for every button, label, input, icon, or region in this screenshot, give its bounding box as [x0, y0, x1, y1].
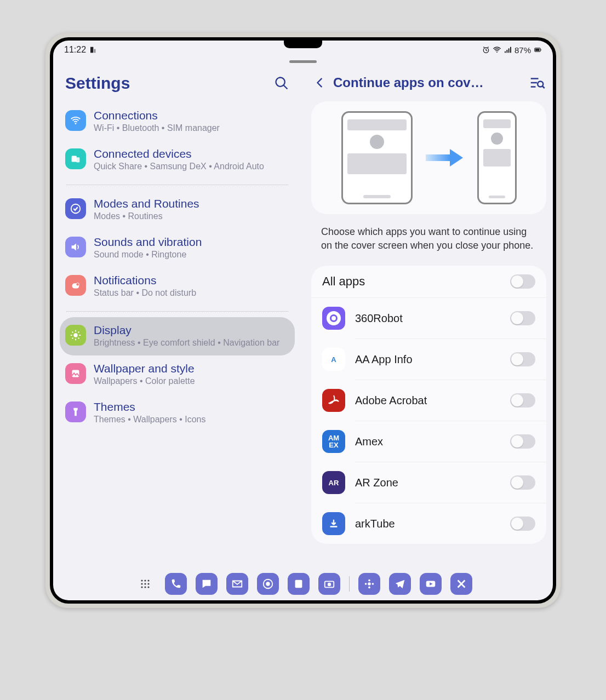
detail-body[interactable]: Choose which apps you want to continue u…: [307, 101, 553, 569]
status-right: 87%: [482, 45, 542, 55]
app-row[interactable]: ARAR Zone: [311, 462, 546, 503]
svg-point-50: [368, 579, 370, 582]
settings-item-sounds-and-vibration[interactable]: Sounds and vibrationSound mode • Rington…: [60, 229, 295, 267]
back-button[interactable]: [311, 74, 329, 91]
svg-point-51: [368, 587, 370, 589]
all-apps-label: All apps: [322, 274, 500, 289]
settings-item-text: Connected devicesQuick Share • Samsung D…: [94, 147, 289, 171]
app-toggle[interactable]: [510, 352, 535, 366]
devices-icon: [65, 148, 86, 169]
app-toggle[interactable]: [510, 311, 535, 325]
app-icon: [322, 307, 345, 330]
all-apps-row[interactable]: All apps: [311, 266, 546, 298]
sim-icon: [88, 45, 97, 54]
settings-item-text: Sounds and vibrationSound mode • Rington…: [94, 236, 289, 260]
svg-line-33: [542, 86, 545, 88]
app-label: 360Robot: [355, 312, 500, 325]
notif-icon: [65, 275, 86, 296]
svg-point-40: [147, 583, 149, 584]
arrow-icon: [426, 147, 464, 169]
phone-main-illust: [341, 111, 413, 204]
settings-item-connected-devices[interactable]: Connected devicesQuick Share • Samsung D…: [60, 141, 295, 179]
app-drawer-icon[interactable]: [134, 573, 156, 595]
svg-rect-14: [72, 156, 77, 162]
gallery-app-icon[interactable]: [358, 573, 380, 595]
illustration-card: [311, 101, 546, 214]
svg-line-12: [284, 85, 288, 89]
app-toggle[interactable]: [510, 475, 535, 490]
app-toggle[interactable]: [510, 434, 535, 449]
svg-point-35: [141, 579, 142, 581]
all-apps-toggle[interactable]: [510, 274, 535, 289]
svg-point-3: [496, 51, 498, 53]
app-row[interactable]: Adobe Acrobat: [311, 380, 546, 421]
status-left: 11:22: [64, 45, 97, 55]
svg-rect-7: [510, 47, 511, 53]
youtube-app-icon[interactable]: [420, 573, 442, 595]
device-bezel: 11:22 87% Settings: [50, 37, 556, 604]
app-row[interactable]: arkTube: [311, 503, 546, 544]
drag-handle[interactable]: [289, 60, 317, 63]
app-row[interactable]: AAA App Info: [311, 339, 546, 380]
app-toggle[interactable]: [510, 517, 535, 531]
phone-app-icon[interactable]: [165, 573, 187, 595]
wifi-icon: [493, 45, 501, 54]
device-frame: 11:22 87% Settings: [45, 33, 561, 608]
settings-header: Settings: [53, 67, 299, 102]
battery-percent: 87%: [514, 45, 531, 55]
settings-item-title: Connected devices: [94, 147, 289, 160]
wifi-icon: [65, 110, 86, 131]
apps-list: 360RobotAAA App InfoAdobe AcrobatAMEXAme…: [311, 298, 546, 544]
settings-item-display[interactable]: DisplayBrightness • Eye comfort shield •…: [60, 317, 295, 355]
settings-item-themes[interactable]: ThemesThemes • Wallpapers • Icons: [60, 394, 295, 432]
x-app-icon[interactable]: [450, 573, 472, 595]
settings-item-modes-and-routines[interactable]: Modes and RoutinesModes • Routines: [60, 191, 295, 229]
apps-card: All apps 360RobotAAA App InfoAdobe Acrob…: [311, 266, 546, 544]
app-icon: A: [322, 348, 345, 371]
sound-icon: [65, 237, 86, 257]
svg-point-19: [73, 333, 77, 337]
svg-point-41: [141, 586, 142, 588]
signal-icon: [504, 45, 512, 54]
settings-item-title: Themes: [94, 400, 289, 414]
settings-item-subtitle: Themes • Wallpapers • Icons: [94, 415, 289, 424]
phone-cover-illust: [477, 111, 517, 204]
settings-divider: [66, 185, 288, 185]
app-row[interactable]: 360Robot: [311, 298, 546, 338]
app-icon: [322, 512, 345, 535]
settings-item-notifications[interactable]: NotificationsStatus bar • Do not disturb: [60, 267, 295, 306]
settings-item-title: Sounds and vibration: [94, 236, 289, 249]
settings-item-text: Wallpaper and styleWallpapers • Color pa…: [94, 362, 289, 386]
app-row[interactable]: AMEXAmex: [311, 421, 546, 462]
svg-line-26: [78, 332, 79, 333]
messages-app-icon[interactable]: [196, 573, 218, 595]
settings-item-title: Wallpaper and style: [94, 362, 289, 375]
telegram-app-icon[interactable]: [389, 573, 411, 595]
svg-rect-10: [540, 49, 541, 51]
app-icon: AMEX: [322, 430, 345, 453]
settings-item-title: Notifications: [94, 274, 289, 287]
camera-app-icon[interactable]: [318, 573, 340, 595]
gmail-app-icon[interactable]: [226, 573, 248, 595]
settings-list[interactable]: ConnectionsWi-Fi • Bluetooth • SIM manag…: [53, 102, 299, 432]
settings-item-text: ThemesThemes • Wallpapers • Icons: [94, 400, 289, 424]
svg-point-18: [76, 283, 79, 286]
settings-item-wallpaper-and-style[interactable]: Wallpaper and styleWallpapers • Color pa…: [60, 355, 295, 394]
app-toggle[interactable]: [510, 393, 535, 408]
svg-point-49: [368, 582, 371, 586]
notes-app-icon[interactable]: [288, 573, 310, 595]
screen: 11:22 87% Settings: [53, 41, 553, 600]
dock-separator: [349, 576, 350, 592]
settings-title: Settings: [65, 74, 274, 93]
brightness-icon: [65, 325, 86, 346]
svg-point-52: [364, 583, 367, 585]
detail-pane: Continue apps on cov…: [305, 67, 553, 569]
search-icon[interactable]: [274, 76, 289, 91]
svg-line-24: [72, 332, 73, 333]
svg-point-42: [144, 586, 146, 588]
chrome-app-icon[interactable]: [257, 573, 279, 595]
search-filter-icon[interactable]: [529, 74, 545, 91]
svg-point-48: [327, 583, 330, 586]
settings-item-connections[interactable]: ConnectionsWi-Fi • Bluetooth • SIM manag…: [60, 102, 295, 141]
detail-description: Choose which apps you want to continue u…: [311, 214, 546, 266]
